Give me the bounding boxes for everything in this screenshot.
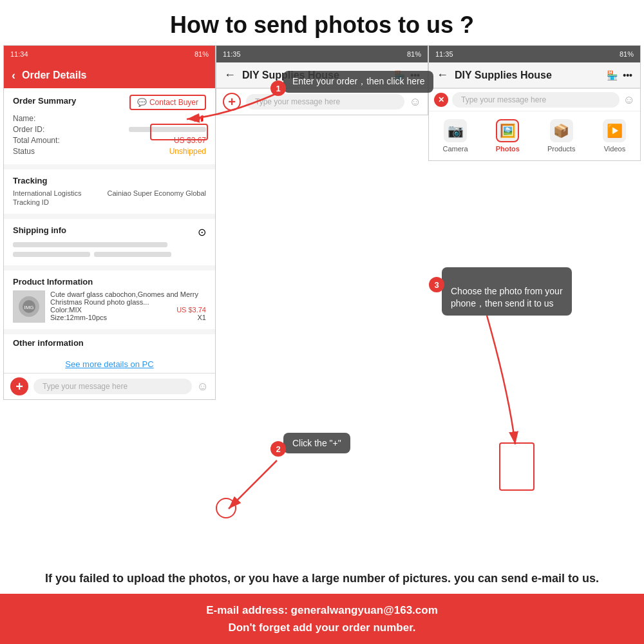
product-image: IMG: [13, 290, 45, 323]
product-section: Product Information IMG: [4, 270, 215, 329]
phone1-battery: 81%: [194, 50, 209, 58]
product-qty: X1: [198, 314, 206, 321]
phone3-smiley-icon[interactable]: ☺: [623, 93, 635, 107]
footer-line1: E-mail address: generalwangyuan@163.com: [6, 601, 638, 619]
order-summary-title: Order Summary: [13, 96, 76, 106]
shipping-info-row: Shipping info ⊙: [13, 225, 206, 239]
product-color: Color:MIX: [50, 306, 82, 314]
other-info-title: Other information: [13, 338, 206, 348]
products-icon: 📦: [550, 119, 573, 142]
phones-area: 11:34 81% ‹ Order Details Order Summary: [0, 45, 644, 561]
phone1-message-bar: + Type your message here ☺: [4, 373, 215, 399]
phone2-smiley-icon[interactable]: ☺: [410, 95, 421, 109]
phone3-message-input[interactable]: Type your message here: [452, 92, 620, 108]
product-details: Cute dwarf glass cabochon,Gnomes and Mer…: [50, 290, 206, 321]
phone1-back-icon[interactable]: ‹: [12, 69, 15, 82]
photos-item[interactable]: 🖼️ Photos: [496, 119, 520, 153]
other-info-section: Other information: [4, 334, 215, 355]
phone2-back-icon[interactable]: ←: [224, 68, 236, 82]
phone3-time: 11:35: [435, 50, 453, 58]
phone1-content: Order Summary 💬 Contact Buyer Name: 🇨🇦 O: [4, 88, 215, 373]
phone3-msg-area: ✕ Type your message here ☺: [429, 88, 640, 111]
phone2-header: ← DIY Supplies House 🏪 •••: [216, 62, 428, 88]
bottom-text: If you failed to upload the photos, or y…: [0, 561, 644, 594]
phone2-header-icons: 🏪 •••: [394, 70, 420, 80]
page-wrapper: How to send photos to us ? 11:34 81% ‹ O…: [0, 0, 644, 644]
order-summary-section: Order Summary 💬 Contact Buyer Name: 🇨🇦 O: [4, 88, 215, 164]
status-row: Status Unshipped: [13, 147, 206, 156]
chat-icon: 💬: [137, 98, 147, 107]
phone2-message-input[interactable]: Type your message here: [246, 94, 404, 109]
phone1-wrapper: 11:34 81% ‹ Order Details Order Summary: [3, 45, 216, 561]
name-row: Name: 🇨🇦: [13, 114, 206, 123]
phone1-header: ‹ Order Details: [4, 62, 215, 88]
phone1-time: 11:34: [10, 50, 28, 58]
phone3-header: ← DIY Supplies House 🏪 •••: [429, 62, 640, 88]
phone2-plus-button[interactable]: +: [223, 93, 241, 111]
phone2-battery: 81%: [407, 50, 421, 58]
camera-icon: 📷: [444, 119, 467, 142]
name-value: 🇨🇦: [194, 114, 206, 123]
page-title: How to send photos to us ?: [0, 0, 644, 45]
total-amount-row: Total Amount: US $3.67: [13, 136, 206, 145]
phone2: 11:35 81% ← DIY Supplies House 🏪 ••• + T…: [216, 45, 428, 115]
svg-text:IMG: IMG: [24, 305, 33, 310]
product-price-row: Color:MIX US $3.74: [50, 306, 206, 314]
contact-buyer-label: Contact Buyer: [149, 98, 198, 107]
store-icon: 🏪: [394, 70, 405, 80]
smiley-icon[interactable]: ☺: [197, 380, 209, 393]
shipping-info-title: Shipping info: [13, 225, 66, 235]
media-bar: 📷 Camera 🖼️ Photos 📦 Products ▶️ Videos: [429, 111, 640, 160]
status-value: Unshipped: [169, 147, 206, 156]
product-size-row: Size:12mm-10pcs X1: [50, 314, 206, 321]
product-thumbnail: IMG: [14, 291, 44, 322]
phone2-wrapper: 11:35 81% ← DIY Supplies House 🏪 ••• + T…: [216, 45, 428, 561]
footer: E-mail address: generalwangyuan@163.com …: [0, 594, 644, 644]
total-amount-label: Total Amount:: [13, 136, 60, 145]
plus-button[interactable]: +: [10, 377, 28, 395]
tracking-section: Tracking International Logistics Cainiao…: [4, 169, 215, 214]
videos-label: Videos: [604, 145, 625, 153]
photos-label: Photos: [496, 145, 520, 153]
shipping-expand-icon[interactable]: ⊙: [198, 226, 206, 238]
phone3-battery: 81%: [620, 50, 634, 58]
phone2-message-bar: + Type your message here ☺: [216, 88, 428, 115]
phone1-status-bar: 11:34 81%: [4, 46, 215, 62]
footer-line2: Don't forget add your order number.: [6, 619, 638, 636]
phone1-message-input[interactable]: Type your message here: [33, 379, 192, 394]
order-header-row: Order Summary 💬 Contact Buyer: [13, 95, 206, 110]
product-size: Size:12mm-10pcs: [50, 314, 107, 321]
more-icon[interactable]: •••: [410, 70, 420, 80]
videos-item[interactable]: ▶️ Videos: [603, 119, 626, 153]
phone3-header-icons: 🏪 •••: [607, 70, 632, 80]
see-more-link[interactable]: See more details on PC: [4, 355, 215, 373]
phone2-time: 11:35: [223, 50, 241, 58]
product-name: Cute dwarf glass cabochon,Gnomes and Mer…: [50, 290, 206, 306]
phone3-wrapper: 11:35 81% ← DIY Supplies House 🏪 ••• ✕ T…: [428, 45, 641, 561]
photos-icon: 🖼️: [496, 119, 519, 142]
phone3-header-title: DIY Supplies House: [455, 70, 552, 81]
tracking-id-row: Tracking ID: [13, 198, 206, 206]
name-label: Name:: [13, 114, 35, 123]
phone2-status-bar: 11:35 81%: [216, 46, 428, 62]
phone3-more-icon[interactable]: •••: [623, 70, 632, 80]
phone3-back-icon[interactable]: ←: [437, 68, 448, 82]
products-item[interactable]: 📦 Products: [547, 119, 575, 153]
logistics-label: International Logistics: [13, 189, 81, 197]
phone2-header-title: DIY Supplies House: [242, 70, 339, 81]
shipping-line2b: [94, 252, 171, 257]
logistics-value: Cainiao Super Economy Global: [108, 189, 206, 197]
order-id-label: Order ID:: [13, 125, 44, 134]
camera-label: Camera: [443, 145, 468, 153]
order-id-row: Order ID:: [13, 125, 206, 134]
total-amount-value: US $3.67: [174, 136, 206, 145]
logistics-row: International Logistics Cainiao Super Ec…: [13, 189, 206, 197]
contact-buyer-btn[interactable]: 💬 Contact Buyer: [129, 95, 206, 110]
products-label: Products: [547, 145, 575, 153]
shipping-line2a: [13, 252, 90, 257]
tracking-id-label: Tracking ID: [13, 198, 49, 206]
phone3-status-bar: 11:35 81%: [429, 46, 640, 62]
videos-icon: ▶️: [603, 119, 626, 142]
x-button[interactable]: ✕: [434, 93, 448, 107]
camera-item[interactable]: 📷 Camera: [443, 119, 468, 153]
